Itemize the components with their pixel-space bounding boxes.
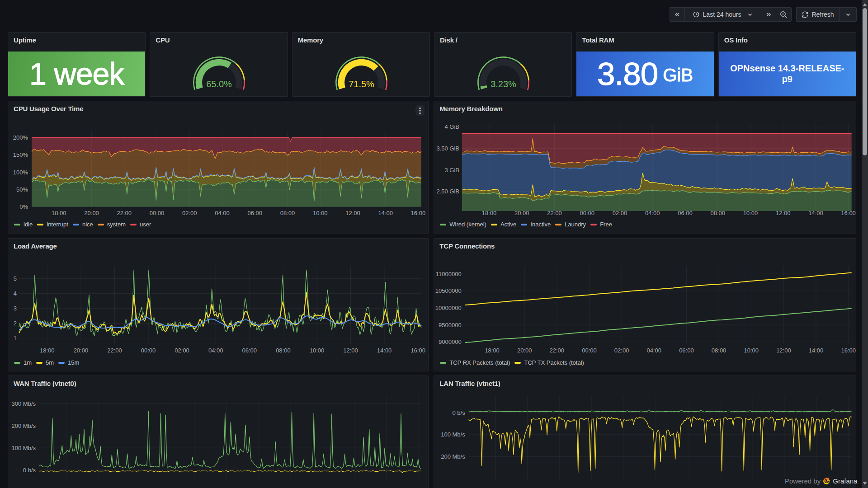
svg-text:3 GiB: 3 GiB <box>445 167 460 174</box>
svg-text:9000000: 9000000 <box>439 338 462 345</box>
svg-text:12:00: 12:00 <box>345 210 360 216</box>
svg-text:04:00: 04:00 <box>208 347 223 354</box>
svg-text:16:00: 16:00 <box>841 347 856 354</box>
svg-text:14:00: 14:00 <box>809 347 824 354</box>
svg-text:18:00: 18:00 <box>482 210 497 216</box>
svg-text:-200 Mb/s: -200 Mb/s <box>439 453 465 460</box>
svg-text:00:00: 00:00 <box>580 210 595 216</box>
svg-text:02:00: 02:00 <box>182 210 197 216</box>
svg-text:00:00: 00:00 <box>582 347 597 354</box>
svg-text:22:00: 22:00 <box>107 347 122 354</box>
svg-text:16:00: 16:00 <box>411 210 426 216</box>
svg-text:11000000: 11000000 <box>436 271 462 277</box>
svg-text:06:00: 06:00 <box>678 210 693 216</box>
svg-text:22:00: 22:00 <box>117 210 132 216</box>
svg-text:10000000: 10000000 <box>435 305 462 311</box>
svg-text:20:00: 20:00 <box>517 347 532 354</box>
svg-text:04:00: 04:00 <box>215 210 230 216</box>
svg-text:14:00: 14:00 <box>808 210 823 216</box>
svg-text:00:00: 00:00 <box>141 347 156 354</box>
svg-text:04:00: 04:00 <box>645 210 660 216</box>
svg-text:16:00: 16:00 <box>841 210 856 216</box>
svg-text:9500000: 9500000 <box>439 322 462 328</box>
svg-text:150%: 150% <box>13 151 28 158</box>
svg-text:08:00: 08:00 <box>276 347 291 354</box>
svg-text:0 b/s: 0 b/s <box>453 409 466 416</box>
svg-text:5: 5 <box>14 275 17 282</box>
svg-text:4: 4 <box>14 290 17 297</box>
svg-text:12:00: 12:00 <box>776 210 791 216</box>
svg-text:50%: 50% <box>16 186 28 193</box>
svg-text:2.50 GiB: 2.50 GiB <box>437 188 460 195</box>
svg-text:10500000: 10500000 <box>435 287 462 294</box>
svg-text:-100 Mb/s: -100 Mb/s <box>439 431 465 438</box>
svg-text:71.5%: 71.5% <box>349 79 374 89</box>
svg-text:02:00: 02:00 <box>614 347 629 354</box>
svg-text:02:00: 02:00 <box>175 347 189 354</box>
svg-text:4 GiB: 4 GiB <box>445 123 460 130</box>
svg-text:18:00: 18:00 <box>40 347 55 354</box>
svg-text:10:00: 10:00 <box>310 347 325 354</box>
svg-text:06:00: 06:00 <box>679 347 694 354</box>
svg-text:3.23%: 3.23% <box>491 79 516 89</box>
svg-text:3.50 GiB: 3.50 GiB <box>437 145 460 152</box>
svg-text:00:00: 00:00 <box>150 210 165 216</box>
svg-text:08:00: 08:00 <box>712 347 726 354</box>
svg-text:300 Mb/s: 300 Mb/s <box>12 400 36 407</box>
svg-text:1: 1 <box>14 335 17 342</box>
svg-text:2: 2 <box>14 320 17 327</box>
svg-text:12:00: 12:00 <box>776 347 791 354</box>
svg-text:20:00: 20:00 <box>84 210 99 216</box>
svg-text:200%: 200% <box>13 134 28 141</box>
svg-text:10:00: 10:00 <box>743 210 758 216</box>
svg-text:18:00: 18:00 <box>485 347 500 354</box>
svg-text:20:00: 20:00 <box>514 210 529 216</box>
svg-text:100%: 100% <box>13 169 28 176</box>
svg-text:3: 3 <box>14 305 17 312</box>
svg-text:0 b/s: 0 b/s <box>23 467 36 474</box>
svg-text:18:00: 18:00 <box>52 210 66 216</box>
svg-text:06:00: 06:00 <box>248 210 263 216</box>
svg-text:20:00: 20:00 <box>74 347 89 354</box>
svg-text:06:00: 06:00 <box>242 347 257 354</box>
svg-text:10:00: 10:00 <box>744 347 759 354</box>
svg-text:22:00: 22:00 <box>550 347 565 354</box>
svg-text:02:00: 02:00 <box>613 210 627 216</box>
svg-text:100 Mb/s: 100 Mb/s <box>12 445 36 451</box>
svg-text:65.0%: 65.0% <box>206 79 232 89</box>
svg-text:08:00: 08:00 <box>280 210 295 216</box>
svg-text:14:00: 14:00 <box>378 210 393 216</box>
svg-text:22:00: 22:00 <box>547 210 562 216</box>
svg-text:200 Mb/s: 200 Mb/s <box>12 422 36 429</box>
svg-text:16:00: 16:00 <box>410 347 425 354</box>
svg-text:08:00: 08:00 <box>711 210 726 216</box>
svg-text:14:00: 14:00 <box>377 347 392 354</box>
svg-text:0%: 0% <box>19 203 28 210</box>
svg-text:12:00: 12:00 <box>343 347 358 354</box>
svg-text:10:00: 10:00 <box>313 210 328 216</box>
svg-text:04:00: 04:00 <box>647 347 662 354</box>
